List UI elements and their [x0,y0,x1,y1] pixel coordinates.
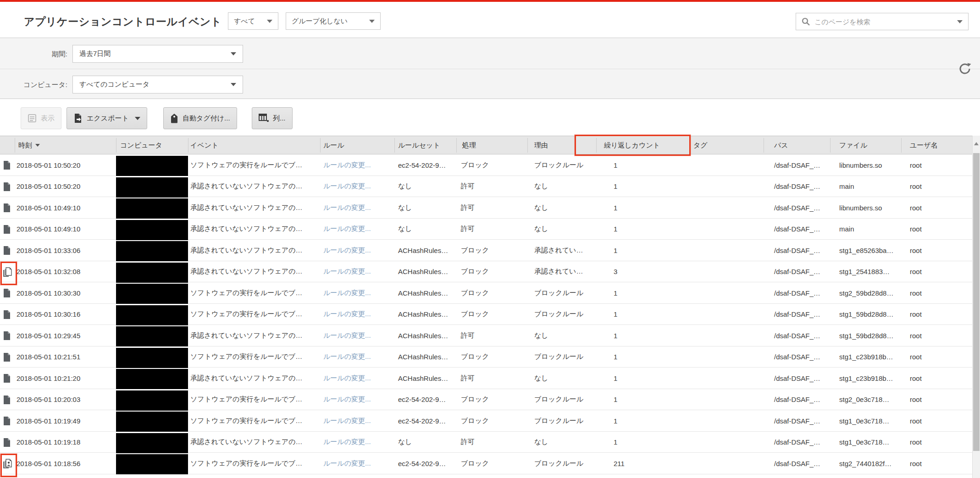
columns-button[interactable]: 列... [252,107,293,129]
grouping-dropdown[interactable]: グループ化しない [286,12,381,30]
refresh-button[interactable] [957,60,973,77]
column-header-rule[interactable]: ルール [323,136,344,154]
rule-change-link[interactable]: ルールの変更... [323,325,371,346]
cell-user: root [910,410,922,431]
search-box[interactable] [796,13,969,30]
rule-change-link[interactable]: ルールの変更... [323,282,371,303]
cell-time: 2018-05-01 10:49:10 [17,219,80,240]
rule-change-link[interactable]: ルールの変更... [323,176,371,197]
scroll-up-arrow-icon[interactable] [974,142,979,145]
cell-count: 1 [614,219,617,240]
chevron-down-icon [231,52,236,55]
search-options-caret-icon[interactable] [957,20,963,23]
cell-reason: ブロックルール [534,410,583,431]
cell-time: 2018-05-01 10:30:30 [17,282,80,303]
auto-tag-button[interactable]: 自動タグ付け... [163,107,237,129]
table-row[interactable]: 2018-05-01 10:33:06承認されていないソフトウェアの…ルールの変… [0,240,972,261]
column-header-label: コンピュータ [120,141,162,150]
rule-change-link[interactable]: ルールの変更... [323,240,371,261]
rule-change-link[interactable]: ルールの変更... [323,154,371,176]
export-file-icon [73,113,83,123]
column-divider [764,138,764,153]
rule-change-link[interactable]: ルールの変更... [323,346,371,368]
column-header-user[interactable]: ユーザ名 [910,136,938,154]
table-row[interactable]: 2018-05-01 10:19:18承認されていないソフトウェアの…ルールの変… [0,432,972,453]
cell-event: ソフトウェアの実行をルールでブ… [190,410,302,431]
computer-dropdown[interactable]: すべてのコンピュータ [72,76,243,93]
rule-change-link[interactable]: ルールの変更... [323,219,371,240]
table-row[interactable]: 2018-05-01 10:30:16ソフトウェアの実行をルールでブ…ルールの変… [0,304,972,325]
column-header-count[interactable]: 繰り返しカウント [604,136,660,154]
table-toolbar: 表示 エクスポート 自動タグ付け... [0,99,980,136]
cell-time: 2018-05-01 10:29:45 [17,325,80,346]
table-row[interactable]: 2018-05-01 10:19:49ソフトウェアの実行をルールでブ…ルールの変… [0,410,972,432]
table-row[interactable]: 2018-05-01 10:20:03ソフトウェアの実行をルールでブ…ルールの変… [0,389,972,411]
severity-filter-value: すべて [234,17,255,26]
column-header-ruleset[interactable]: ルールセット [398,136,440,154]
table-row[interactable]: ソフトウェアの実行をルールでブ…ルールの変更... [0,474,972,478]
cell-reason: ブロックルール [534,304,583,325]
table-row[interactable]: 2018-05-01 10:49:10承認されていないソフトウェアの…ルールの変… [0,219,972,240]
cell-path: /dsaf-DSAF_… [774,261,820,282]
cell-count: 1 [614,176,617,197]
column-header-computer[interactable]: コンピュータ [120,136,162,154]
cell-path: /dsaf-DSAF_… [774,389,820,410]
cell-count: 3 [614,261,617,282]
search-input[interactable] [814,17,957,26]
column-header-event[interactable]: イベント [190,136,218,154]
column-header-action[interactable]: 処理 [462,136,476,154]
column-header-tag[interactable]: タグ [693,136,708,154]
refresh-icon [958,62,972,76]
table-row[interactable]: 2018-05-01 10:29:45承認されていないソフトウェアの…ルールの変… [0,325,972,346]
table-row[interactable]: 2018-05-01 10:21:20承認されていないソフトウェアの…ルールの変… [0,368,972,389]
cell-path: /dsaf-DSAF_… [774,282,820,303]
cell-ruleset: なし [398,197,412,218]
event-document-icon [3,374,13,384]
column-header-reason[interactable]: 理由 [534,136,548,154]
rule-change-link[interactable]: ルールの変更... [323,261,371,282]
table-row[interactable]: 2018-05-01 10:49:10承認されていないソフトウェアの…ルールの変… [0,197,972,219]
cell-path: /dsaf-DSAF_… [774,240,820,261]
table-row[interactable]: 2018-05-01 10:50:20承認されていないソフトウェアの…ルールの変… [0,176,972,198]
cell-action: ブロック [461,154,489,176]
rule-change-link[interactable]: ルールの変更... [323,368,371,389]
period-dropdown[interactable]: 過去7日間 [72,45,243,63]
vertical-scrollbar[interactable] [972,136,980,478]
computer-label: コンピュータ: [0,81,67,89]
cell-event: 承認されていないソフトウェアの… [190,219,303,240]
cell-reason: なし [534,432,548,453]
table-row[interactable]: 2018-05-01 10:50:20ソフトウェアの実行をルールでブ…ルールの変… [0,154,972,176]
event-document-icon [3,416,13,426]
scrollbar-thumb[interactable] [973,153,980,451]
cell-file: stg2_0e3c718… [839,389,889,410]
column-header-time[interactable]: 時刻 [18,136,40,154]
column-divider [320,138,321,153]
column-header-path[interactable]: パス [774,136,788,154]
cell-event: ソフトウェアの実行をルールでブ… [190,282,302,303]
rule-change-link[interactable]: ルールの変更... [323,453,371,474]
severity-filter-dropdown[interactable]: すべて [228,12,278,30]
cell-user: root [910,432,922,453]
cell-file: stg1_c23b918b… [839,368,893,389]
table-row[interactable]: 2018-05-01 10:18:56ソフトウェアの実行をルールでブ…ルールの変… [0,453,972,474]
column-header-label: 処理 [462,141,476,150]
rule-change-link[interactable]: ルールの変更... [323,432,371,453]
table-header: 時刻コンピュータイベントルールルールセット処理理由繰り返しカウントタグパスファイ… [0,136,972,154]
export-button[interactable]: エクスポート [66,107,147,129]
table-row[interactable]: 2018-05-01 10:30:30ソフトウェアの実行をルールでブ…ルールの変… [0,282,972,304]
cell-user: root [910,240,922,261]
table-row[interactable]: 2018-05-01 10:32:08承認されていないソフトウェアの…ルールの変… [0,261,972,283]
rule-change-link[interactable]: ルールの変更... [323,304,371,325]
table-row[interactable]: 2018-05-01 10:21:51ソフトウェアの実行をルールでブ…ルールの変… [0,346,972,368]
column-divider [116,138,116,153]
cell-event: 承認されていないソフトウェアの… [190,176,303,197]
rule-change-link[interactable]: ルールの変更... [323,474,371,478]
cell-file: stg1_59bd28d8… [839,304,893,325]
view-button[interactable]: 表示 [21,107,61,129]
column-header-file[interactable]: ファイル [839,136,867,154]
search-icon [802,17,810,26]
rule-change-link[interactable]: ルールの変更... [323,197,371,218]
rule-change-link[interactable]: ルールの変更... [323,410,371,431]
rule-change-link[interactable]: ルールの変更... [323,389,371,410]
cell-reason: なし [534,325,548,346]
